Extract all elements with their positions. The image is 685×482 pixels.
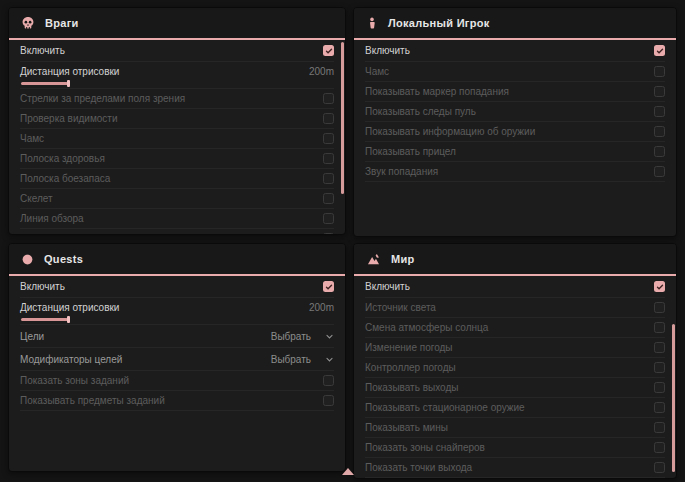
select-control[interactable]: Выбрать [271, 327, 334, 345]
scrollbar[interactable] [341, 42, 344, 194]
setting-label: Показывать следы пуль [20, 233, 131, 235]
toggle-row[interactable]: Чамс [365, 62, 665, 82]
chevron-down-icon [325, 327, 334, 345]
toggle-row[interactable]: Включить [365, 276, 665, 298]
checkbox[interactable] [323, 281, 334, 292]
setting-label: Звук попадания [365, 166, 438, 177]
checkbox[interactable] [323, 173, 334, 184]
toggle-row[interactable]: Включить [365, 40, 665, 62]
toggle-row[interactable]: Показывать мины [365, 418, 665, 438]
checkbox[interactable] [323, 133, 334, 144]
setting-label: Изменение погоды [365, 342, 453, 353]
checkbox[interactable] [323, 93, 334, 104]
slider-row[interactable]: Дистанция отрисовки200m [20, 62, 334, 89]
panel-world-body: ВключитьИсточник светаСмена атмосферы со… [354, 276, 676, 478]
checkbox[interactable] [654, 86, 665, 97]
toggle-row[interactable]: Стрелки за пределами поля зрения [20, 89, 334, 109]
toggle-row[interactable]: Источник света [365, 298, 665, 318]
select-row[interactable]: ЦелиВыбрать [20, 325, 334, 348]
select-row[interactable]: Модификаторы целейВыбрать [20, 348, 334, 371]
setting-label: Включить [20, 281, 65, 292]
slider-label-line: Дистанция отрисовки200m [20, 64, 334, 79]
toggle-row[interactable]: Показывать маркер попадания [365, 82, 665, 102]
esp-settings-window: Враги ВключитьДистанция отрисовки200mСтр… [0, 0, 685, 482]
toggle-row[interactable]: Контроллер погоды [365, 358, 665, 378]
checkbox[interactable] [654, 45, 665, 56]
toggle-row[interactable]: Чамс [20, 129, 334, 149]
toggle-row[interactable]: Показать зоны заданий [20, 371, 334, 391]
checkbox[interactable] [323, 113, 334, 124]
setting-label: Проверка видимости [20, 113, 118, 124]
toggle-row[interactable]: Проверка видимости [20, 109, 334, 129]
setting-label: Показывать мины [365, 422, 448, 433]
checkbox[interactable] [654, 322, 665, 333]
toggle-row[interactable]: Изменение погоды [365, 338, 665, 358]
slider-value: 200m [309, 66, 334, 77]
panel-title: Враги [45, 17, 79, 29]
checkbox[interactable] [654, 362, 665, 373]
toggle-row[interactable]: Показывать предметы заданий [20, 391, 334, 411]
setting-label: Дистанция отрисовки [20, 66, 119, 77]
checkbox[interactable] [323, 213, 334, 224]
panel-world: Мир ВключитьИсточник светаСмена атмосфер… [353, 243, 677, 479]
slider-track[interactable] [20, 316, 334, 324]
panel-enemies-header[interactable]: Враги [9, 8, 345, 40]
setting-label: Контроллер погоды [365, 362, 456, 373]
panel-local-player-body: ВключитьЧамсПоказывать маркер попаданияП… [354, 40, 676, 182]
toggle-row[interactable]: Показывать следы пуль [365, 102, 665, 122]
setting-label: Линия обзора [20, 213, 84, 224]
panel-world-header[interactable]: Мир [354, 244, 676, 276]
setting-label: Показывать маркер попадания [365, 86, 509, 97]
setting-label: Скелет [20, 193, 53, 204]
panel-quests-header[interactable]: Quests [9, 244, 345, 276]
slider-handle[interactable] [67, 80, 70, 87]
slider-handle[interactable] [67, 316, 70, 323]
toggle-row[interactable]: Смена атмосферы солнца [365, 318, 665, 338]
checkbox[interactable] [654, 402, 665, 413]
checkbox[interactable] [654, 382, 665, 393]
checkbox[interactable] [654, 66, 665, 77]
setting-label: Показывать выходы [365, 382, 458, 393]
checkbox[interactable] [654, 281, 665, 292]
checkbox[interactable] [323, 375, 334, 386]
toggle-row[interactable]: Показывать информацию об оружии [365, 122, 665, 142]
setting-label: Показывать прицел [365, 146, 456, 157]
toggle-row[interactable]: Линия обзора [20, 209, 334, 229]
setting-label: Чамс [20, 133, 44, 144]
checkbox[interactable] [654, 166, 665, 177]
slider-value: 200m [309, 302, 334, 313]
resize-handle[interactable] [342, 468, 354, 475]
toggle-row[interactable]: Полоска боезапаса [20, 169, 334, 189]
checkbox[interactable] [323, 193, 334, 204]
checkbox[interactable] [654, 302, 665, 313]
checkbox[interactable] [654, 422, 665, 433]
checkbox[interactable] [654, 146, 665, 157]
checkbox[interactable] [323, 45, 334, 56]
toggle-row[interactable]: Показывать следы пуль [20, 229, 334, 235]
toggle-row[interactable]: Показать зоны снайперов [365, 438, 665, 458]
panel-local-player-header[interactable]: Локальный Игрок [354, 8, 676, 40]
checkbox[interactable] [323, 233, 334, 235]
toggle-row[interactable]: Скелет [20, 189, 334, 209]
select-value: Выбрать [271, 354, 311, 365]
setting-label: Дистанция отрисовки [20, 302, 119, 313]
slider-track[interactable] [20, 80, 334, 88]
toggle-row[interactable]: Показывать стационарное оружие [365, 398, 665, 418]
checkbox[interactable] [654, 442, 665, 453]
checkbox[interactable] [323, 395, 334, 406]
toggle-row[interactable]: Показать точки выхода [365, 458, 665, 478]
scrollbar[interactable] [672, 324, 675, 472]
checkbox[interactable] [323, 153, 334, 164]
slider-row[interactable]: Дистанция отрисовки200m [20, 298, 334, 325]
checkbox[interactable] [654, 106, 665, 117]
toggle-row[interactable]: Включить [20, 40, 334, 62]
select-control[interactable]: Выбрать [271, 350, 334, 368]
checkbox[interactable] [654, 462, 665, 473]
toggle-row[interactable]: Включить [20, 276, 334, 298]
checkbox[interactable] [654, 342, 665, 353]
toggle-row[interactable]: Показывать прицел [365, 142, 665, 162]
checkbox[interactable] [654, 126, 665, 137]
toggle-row[interactable]: Показывать выходы [365, 378, 665, 398]
toggle-row[interactable]: Звук попадания [365, 162, 665, 182]
toggle-row[interactable]: Полоска здоровья [20, 149, 334, 169]
